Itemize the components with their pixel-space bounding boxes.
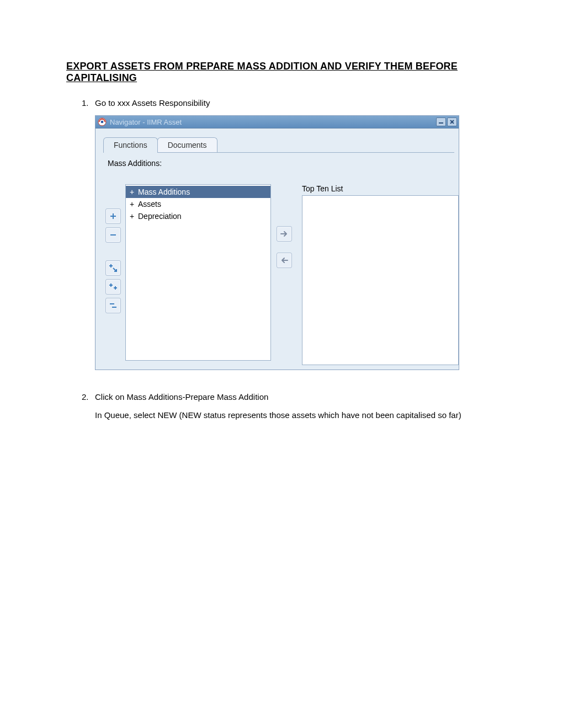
tree-item-depreciation[interactable]: + Depreciation bbox=[126, 210, 270, 222]
navigator-window: Navigator - IIMR Asset Functions Documen… bbox=[95, 115, 459, 370]
svg-point-1 bbox=[101, 121, 104, 124]
svg-rect-14 bbox=[110, 303, 114, 304]
step-2-text: Click on Mass Additions-Prepare Mass Add… bbox=[95, 392, 497, 402]
expand-branch-icon[interactable] bbox=[105, 260, 121, 276]
top-ten-section: Top Ten List bbox=[302, 184, 459, 365]
tree-item-label: Assets bbox=[138, 200, 161, 208]
app-icon bbox=[98, 117, 107, 126]
step-2-subtext: In Queue, select NEW (NEW status represe… bbox=[95, 409, 492, 421]
step-1-text: Go to xxx Assets Responsibility bbox=[95, 98, 497, 108]
top-ten-list[interactable] bbox=[302, 195, 459, 365]
tree-item-mass-additions[interactable]: + Mass Additions bbox=[126, 186, 270, 198]
tree-expander-icon[interactable]: + bbox=[129, 200, 135, 208]
tree-expander-icon[interactable]: + bbox=[129, 188, 135, 196]
step-2-number: 2. bbox=[82, 392, 95, 402]
svg-rect-11 bbox=[109, 285, 113, 286]
tree-expander-icon[interactable]: + bbox=[129, 212, 135, 221]
arrow-left-icon[interactable] bbox=[277, 253, 292, 268]
tab-strip: Functions Documents bbox=[95, 129, 459, 153]
close-button[interactable] bbox=[447, 117, 457, 126]
side-buttons bbox=[105, 208, 121, 365]
section-label: Mass Additions: bbox=[108, 159, 459, 168]
svg-rect-6 bbox=[110, 216, 116, 217]
minimize-button[interactable] bbox=[436, 117, 446, 126]
tab-documents[interactable]: Documents bbox=[157, 137, 217, 153]
top-ten-label: Top Ten List bbox=[302, 184, 459, 193]
expand-icon[interactable] bbox=[105, 208, 121, 224]
svg-rect-9 bbox=[109, 265, 113, 266]
collapse-icon[interactable] bbox=[105, 227, 121, 243]
navigator-body: + Mass Additions + Assets + Depreciation bbox=[95, 168, 459, 365]
step-1-number: 1. bbox=[82, 98, 95, 108]
svg-rect-7 bbox=[110, 234, 116, 235]
expand-all-icon[interactable] bbox=[105, 279, 121, 295]
collapse-all-icon[interactable] bbox=[105, 298, 121, 313]
tree-item-label: Mass Additions bbox=[138, 188, 190, 196]
svg-rect-13 bbox=[114, 287, 117, 288]
function-tree[interactable]: + Mass Additions + Assets + Depreciation bbox=[125, 184, 271, 361]
svg-rect-15 bbox=[112, 307, 116, 308]
tree-item-label: Depreciation bbox=[138, 212, 182, 221]
window-title: Navigator - IIMR Asset bbox=[110, 118, 436, 126]
tree-item-assets[interactable]: + Assets bbox=[126, 198, 270, 210]
document-page: EXPORT ASSETS FROM PREPARE MASS ADDITION… bbox=[0, 0, 563, 728]
step-1: 1. Go to xxx Assets Responsibility bbox=[82, 98, 497, 108]
step-2: 2. Click on Mass Additions-Prepare Mass … bbox=[82, 392, 497, 402]
doc-title: EXPORT ASSETS FROM PREPARE MASS ADDITION… bbox=[66, 61, 497, 84]
svg-rect-2 bbox=[439, 122, 443, 124]
window-controls bbox=[436, 117, 457, 126]
tab-functions[interactable]: Functions bbox=[103, 137, 158, 153]
arrow-right-icon[interactable] bbox=[277, 226, 292, 242]
transfer-buttons bbox=[275, 226, 293, 365]
title-bar: Navigator - IIMR Asset bbox=[95, 116, 459, 129]
